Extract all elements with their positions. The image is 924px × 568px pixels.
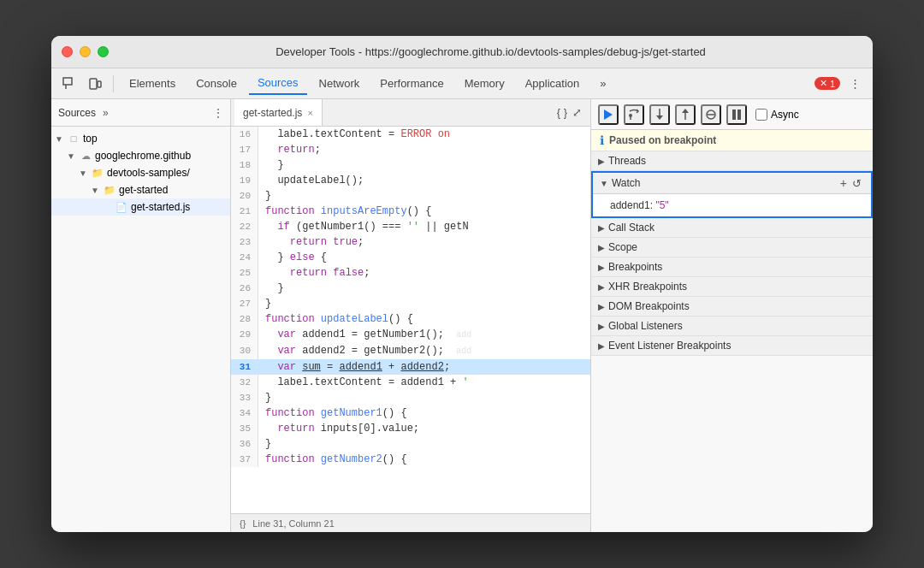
tree-arrow-top: ▼ xyxy=(55,134,67,144)
file-tab-js[interactable]: get-started.js × xyxy=(234,99,323,126)
watch-key: addend1: xyxy=(610,199,655,211)
inspect-icon xyxy=(62,77,76,91)
code-line-19: 19 updateLabel(); xyxy=(231,173,590,188)
xhr-breakpoints-title: XHR Breakpoints xyxy=(608,281,866,293)
async-checkbox[interactable] xyxy=(755,109,767,121)
section-threads[interactable]: ▶ Threads xyxy=(591,151,873,171)
line-num-31: 31 xyxy=(231,359,258,375)
deactivate-btn[interactable] xyxy=(701,104,721,125)
xhr-breakpoints-arrow-icon: ▶ xyxy=(598,282,605,292)
code-line-36: 36 } xyxy=(231,436,590,452)
error-badge[interactable]: ✕ 1 xyxy=(814,77,840,90)
window-title: Developer Tools - https://googlechrome.g… xyxy=(119,45,862,58)
main-content: Sources » ⋮ ▼ □ top ▼ ☁ googlechro xyxy=(51,99,873,532)
file-tree: ▼ □ top ▼ ☁ googlechrome.github ▼ 📁 devt… xyxy=(51,127,230,532)
section-callstack[interactable]: ▶ Call Stack xyxy=(591,218,873,238)
pause-on-exceptions-btn[interactable] xyxy=(726,104,747,125)
code-line-31: 31 var sum = addend1 + addend2; xyxy=(231,359,590,375)
code-line-20: 20 } xyxy=(231,188,590,204)
code-line-21: 21 function inputsAreEmpty() { xyxy=(231,204,590,219)
tree-item-devtools[interactable]: ▼ 📁 devtools-samples/ xyxy=(51,164,230,181)
section-dom-breakpoints[interactable]: ▶ DOM Breakpoints xyxy=(591,297,873,317)
tab-elements[interactable]: Elements xyxy=(121,73,184,95)
svg-marker-7 xyxy=(656,115,663,120)
tab-sources[interactable]: Sources xyxy=(249,73,307,95)
format-btn[interactable]: { } xyxy=(557,106,567,119)
code-editor[interactable]: 16 label.textContent = ERROR on 17 retur… xyxy=(231,127,590,513)
code-line-27: 27 } xyxy=(231,296,590,311)
callstack-arrow-icon: ▶ xyxy=(598,223,605,233)
line-num-19: 19 xyxy=(231,173,258,188)
code-line-17: 17 return; xyxy=(231,142,590,157)
dom-breakpoints-arrow-icon: ▶ xyxy=(598,302,605,311)
scope-title: Scope xyxy=(608,241,866,253)
resume-btn[interactable] xyxy=(598,104,619,125)
line-num-23: 23 xyxy=(231,234,258,250)
error-x-icon: ✕ xyxy=(820,78,827,89)
watch-title: Watch xyxy=(612,177,838,189)
tree-arrow-devtools: ▼ xyxy=(79,169,91,178)
scope-arrow-icon: ▶ xyxy=(598,243,605,252)
code-line-28: 28 function updateLabel() { xyxy=(231,311,590,327)
line-content-33: } xyxy=(258,390,271,405)
device-btn[interactable] xyxy=(84,74,106,94)
sidebar-menu-btn[interactable]: ⋮ xyxy=(213,107,223,119)
watch-add-btn[interactable]: + xyxy=(838,176,850,190)
more-options-btn[interactable]: ⋮ xyxy=(844,74,866,94)
step-into-btn[interactable] xyxy=(649,104,670,125)
step-out-btn[interactable] xyxy=(675,104,696,125)
tab-performance[interactable]: Performance xyxy=(371,73,452,95)
maximize-button[interactable] xyxy=(98,46,109,57)
expand-btn[interactable]: ⤢ xyxy=(572,106,582,119)
line-content-25: return false; xyxy=(258,265,370,281)
global-listeners-title: Global Listeners xyxy=(608,320,866,332)
line-content-37: function getNumber2() { xyxy=(258,452,407,467)
tab-more[interactable]: » xyxy=(591,73,614,95)
async-text: Async xyxy=(771,109,799,121)
async-label[interactable]: Async xyxy=(755,109,799,121)
tab-console[interactable]: Console xyxy=(187,73,246,95)
watch-refresh-btn[interactable]: ↺ xyxy=(850,177,864,190)
line-num-20: 20 xyxy=(231,188,258,204)
watch-item-addend1: addend1: "5" xyxy=(610,198,854,213)
section-global-listeners[interactable]: ▶ Global Listeners xyxy=(591,317,873,336)
code-panel: get-started.js × { } ⤢ 16 label.textCont… xyxy=(231,99,590,532)
line-content-26: } xyxy=(258,281,284,296)
line-content-35: return inputs[0].value; xyxy=(258,421,419,436)
tab-application[interactable]: Application xyxy=(517,73,589,95)
tree-item-get-started[interactable]: ▼ 📁 get-started xyxy=(51,181,230,198)
devtools-window: Developer Tools - https://googlechrome.g… xyxy=(51,36,873,532)
code-line-34: 34 function getNumber1() { xyxy=(231,405,590,421)
info-icon: ℹ xyxy=(600,133,604,147)
step-over-btn[interactable] xyxy=(624,104,644,125)
sidebar-more-btn[interactable]: » xyxy=(103,107,109,119)
tree-label-js: get-started.js xyxy=(131,201,190,213)
tree-item-js-file[interactable]: 📄 get-started.js xyxy=(51,198,230,216)
file-tabs: get-started.js × { } ⤢ xyxy=(231,99,590,127)
tab-network[interactable]: Network xyxy=(311,73,369,95)
section-breakpoints[interactable]: ▶ Breakpoints xyxy=(591,257,873,277)
section-scope[interactable]: ▶ Scope xyxy=(591,238,873,257)
line-content-30: var addend2 = getNumber2(); add xyxy=(258,343,471,359)
tab-memory[interactable]: Memory xyxy=(456,73,513,95)
line-num-32: 32 xyxy=(231,375,258,390)
line-content-31: var sum = addend1 + addend2; xyxy=(258,359,450,375)
line-num-30: 30 xyxy=(231,343,258,359)
watch-header[interactable]: ▼ Watch + ↺ xyxy=(593,173,871,194)
close-button[interactable] xyxy=(62,46,73,57)
code-line-26: 26 } xyxy=(231,281,590,296)
tree-item-github[interactable]: ▼ ☁ googlechrome.github xyxy=(51,147,230,164)
section-event-listeners[interactable]: ▶ Event Listener Breakpoints xyxy=(591,336,873,356)
line-content-21: function inputsAreEmpty() { xyxy=(258,204,431,219)
line-content-16: label.textContent = ERROR on xyxy=(258,127,450,142)
folder-icon-devtools: 📁 xyxy=(91,166,104,180)
close-tab-btn[interactable]: × xyxy=(307,108,312,118)
minimize-button[interactable] xyxy=(80,46,91,57)
code-line-30: 30 var addend2 = getNumber2(); add xyxy=(231,343,590,359)
tree-label-github: googlechrome.github xyxy=(95,150,191,162)
inspect-btn[interactable] xyxy=(58,74,80,94)
tree-item-top[interactable]: ▼ □ top xyxy=(51,130,230,147)
svg-rect-2 xyxy=(98,81,101,87)
section-xhr-breakpoints[interactable]: ▶ XHR Breakpoints xyxy=(591,277,873,297)
line-num-28: 28 xyxy=(231,311,258,327)
